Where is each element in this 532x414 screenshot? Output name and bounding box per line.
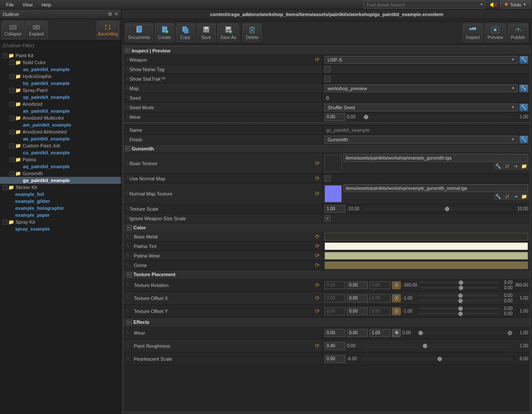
save-as-button[interactable]: Save As: [217, 23, 240, 42]
tree-node-paint-kit[interactable]: −📁Paint Kit: [0, 52, 121, 59]
wrench-icon[interactable]: 🔧: [494, 193, 502, 200]
mode-button[interactable]: ✱: [392, 329, 401, 337]
num-input[interactable]: [347, 281, 368, 289]
slider[interactable]: [363, 358, 512, 360]
browse-icon[interactable]: 📁: [520, 163, 528, 170]
color-swatch-patina-wear[interactable]: [324, 252, 528, 260]
num-input[interactable]: [324, 329, 345, 337]
checkbox[interactable]: [324, 76, 331, 82]
goto-icon[interactable]: ➜: [512, 193, 519, 200]
menu-help[interactable]: Help: [37, 1, 55, 8]
replace-icon[interactable]: ⇄: [503, 163, 511, 170]
tree-node-gunsmith[interactable]: −📁Gunsmith: [0, 170, 121, 177]
wear-input[interactable]: [324, 113, 345, 121]
goto-icon[interactable]: ➜: [512, 163, 519, 170]
num-input[interactable]: [370, 329, 390, 337]
checkbox[interactable]: [324, 176, 331, 182]
section-header-effects[interactable]: −Effects: [123, 318, 530, 326]
tree-node-solid-color[interactable]: −📁Solid Color: [0, 59, 121, 66]
base-texture-path[interactable]: [344, 154, 528, 162]
tree-item[interactable]: aa_paintkit_example: [0, 135, 121, 142]
weapon-dropdown[interactable]: USP-S▼: [324, 56, 518, 64]
wrench-button[interactable]: 🔧: [519, 85, 528, 92]
slider[interactable]: [418, 295, 499, 296]
slider[interactable]: [418, 300, 499, 301]
refresh-icon[interactable]: ⟳: [315, 175, 320, 182]
refresh-icon[interactable]: ⟳: [315, 295, 320, 301]
mute-icon[interactable]: [489, 1, 499, 9]
refresh-icon[interactable]: ⟳: [315, 243, 320, 249]
wrench-icon[interactable]: 🔧: [494, 163, 502, 170]
normal-texture-path[interactable]: [344, 184, 528, 192]
delete-button[interactable]: Delete: [243, 23, 262, 42]
texture-scale-slider[interactable]: [363, 208, 512, 210]
wrench-button[interactable]: 🔧: [519, 136, 528, 143]
finish-dropdown[interactable]: Gunsmith▼: [324, 136, 518, 143]
num-input[interactable]: [324, 307, 345, 315]
expand-all-button[interactable]: Expand: [25, 21, 48, 39]
tree-item[interactable]: sp_paintkit_example: [0, 94, 121, 101]
save-button[interactable]: Save: [197, 23, 216, 42]
num-input[interactable]: [347, 307, 368, 315]
panel-divider[interactable]: [123, 122, 530, 125]
refresh-icon[interactable]: ⟳: [315, 262, 320, 268]
slider[interactable]: [418, 308, 499, 309]
tree-node-custom-paint[interactable]: −📁Custom Paint Job: [0, 142, 121, 149]
fast-asset-search-input[interactable]: [363, 1, 485, 9]
num-input[interactable]: [324, 281, 345, 289]
tree-node-anodized-multi[interactable]: −📁Anodized Multicolor: [0, 114, 121, 121]
tree-item[interactable]: cu_paintkit_example: [0, 149, 121, 156]
num-input[interactable]: [324, 342, 345, 350]
checkbox[interactable]: [324, 66, 331, 72]
refresh-icon[interactable]: ⟳: [315, 252, 320, 259]
tree-item-selected[interactable]: gs_paintkit_example: [0, 177, 121, 184]
inspect-button[interactable]: Inspect: [463, 23, 483, 42]
refresh-icon[interactable]: ⟳: [315, 308, 320, 314]
wrench-button[interactable]: 🔧: [519, 56, 528, 64]
restore-icon[interactable]: ⧉: [108, 11, 112, 17]
tree-item[interactable]: so_paintkit_example: [0, 66, 121, 73]
tree-node-spray-paint[interactable]: −📁Spray-Paint: [0, 87, 121, 94]
section-header-inspect[interactable]: −Inspect | Preview: [123, 46, 530, 55]
tree-item[interactable]: example_glitter: [0, 198, 121, 205]
refresh-icon[interactable]: ⟳: [315, 233, 320, 240]
slider[interactable]: [363, 345, 512, 347]
num-input[interactable]: [370, 307, 390, 315]
mode-button[interactable]: ⦿: [392, 294, 401, 302]
refresh-icon[interactable]: ⟳: [315, 160, 320, 166]
tree-item[interactable]: am_paintkit_example: [0, 121, 121, 128]
tree-item[interactable]: example_paper: [0, 212, 121, 218]
num-input[interactable]: [347, 329, 368, 337]
num-input[interactable]: [370, 294, 390, 302]
tree-item[interactable]: an_paintkit_example: [0, 108, 121, 114]
refresh-icon[interactable]: ⟳: [315, 190, 320, 197]
tree-node-anodized-air[interactable]: −📁Anodized Airbrushed: [0, 128, 121, 135]
browse-icon[interactable]: 📁: [520, 193, 528, 200]
tree-item[interactable]: hy_paintkit_example: [0, 80, 121, 87]
tree-item[interactable]: aq_paintkit_example: [0, 163, 121, 170]
slider[interactable]: [419, 287, 499, 288]
preview-button[interactable]: Preview: [485, 23, 506, 42]
tree-item[interactable]: spray_example: [0, 225, 121, 232]
color-swatch-base-metal[interactable]: [324, 233, 528, 241]
sort-ascending-button[interactable]: AZ Ascending: [97, 21, 119, 39]
refresh-icon[interactable]: ⟳: [315, 342, 320, 349]
create-button[interactable]: Create: [155, 23, 174, 42]
map-dropdown[interactable]: workshop_preview▼: [324, 85, 518, 92]
section-header-color[interactable]: −Color: [123, 223, 530, 232]
outliner-filter-input[interactable]: [0, 41, 121, 50]
tree-item[interactable]: example_holographic: [0, 205, 121, 212]
tree-node-sticker-kit[interactable]: −📁Sticker Kit: [0, 184, 121, 191]
num-input[interactable]: [324, 355, 345, 363]
section-header-texture-placement[interactable]: −Texture Placement: [123, 270, 530, 279]
tree-node-patina[interactable]: −📁Patina: [0, 156, 121, 163]
copy-button[interactable]: Copy: [176, 23, 195, 42]
wrench-button[interactable]: 🔧: [519, 104, 528, 111]
seed-mode-dropdown[interactable]: Shuffle Seed▼: [324, 104, 518, 111]
tree-node-spray-kit[interactable]: −📁Spray Kit: [0, 218, 121, 225]
checkbox-checked[interactable]: ✓: [324, 215, 331, 222]
num-input[interactable]: [324, 294, 345, 302]
texture-scale-input[interactable]: [324, 205, 345, 213]
replace-icon[interactable]: ⇄: [503, 193, 511, 200]
menu-view[interactable]: View: [18, 1, 37, 8]
